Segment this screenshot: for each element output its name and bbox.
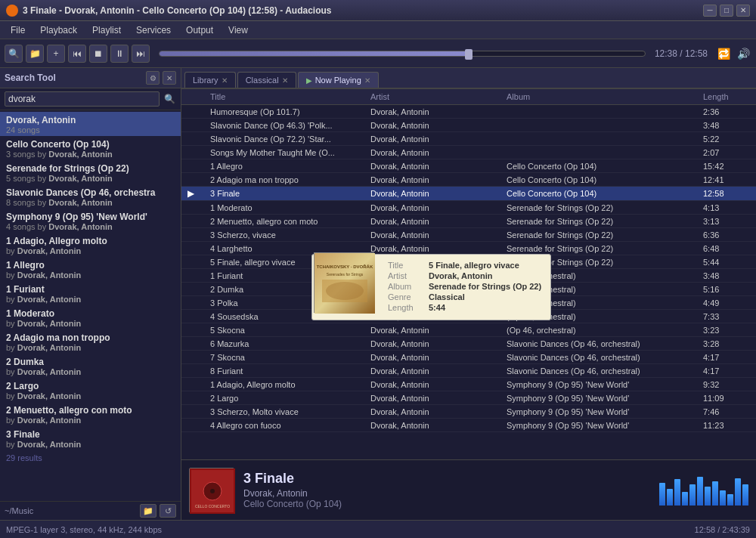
add-button[interactable]: +: [47, 45, 65, 63]
progress-handle[interactable]: [465, 49, 472, 60]
playlist-row[interactable]: 1 Moderato Dvorak, Antonin Serenade for …: [181, 201, 756, 215]
menu-output[interactable]: Output: [178, 23, 221, 37]
tooltip-title-label: Title: [388, 261, 426, 270]
menu-view[interactable]: View: [221, 23, 256, 37]
row-length: 2:07: [700, 147, 753, 158]
search-result-finale[interactable]: 3 Finale by Dvorak, Antonin: [0, 426, 181, 450]
row-artist: Dvorak, Antonin: [367, 352, 503, 363]
row-length: 4:17: [700, 352, 753, 363]
maximize-button[interactable]: □: [720, 5, 733, 17]
playlist-row[interactable]: Slavonic Dance (Op 72.2) 'Star... Dvorak…: [181, 132, 756, 146]
search-result-moderato[interactable]: 1 Moderato by Dvorak, Antonin: [0, 305, 181, 329]
search-result-dumka[interactable]: 2 Dumka by Dvorak, Antonin: [0, 354, 181, 378]
row-length: 7:46: [700, 407, 753, 417]
row-artist: Dvorak, Antonin: [367, 366, 503, 376]
search-result-adagio2[interactable]: 2 Adagio ma non troppo by Dvorak, Antoni…: [0, 329, 181, 354]
tab-now-playing-close[interactable]: ✕: [364, 76, 370, 85]
search-result-artist[interactable]: Dvorak, Antonin 24 songs: [0, 112, 181, 136]
playlist-row[interactable]: 1 Allegro Dvorak, Antonin Cello Concerto…: [181, 159, 756, 173]
pause-button[interactable]: ⏸: [110, 45, 129, 63]
tab-library[interactable]: Library ✕: [184, 72, 236, 88]
result-dumka-sub: by Dvorak, Antonin: [6, 367, 175, 376]
playlist-row[interactable]: 6 Mazurka Dvorak, Antonin Slavonic Dance…: [181, 337, 756, 351]
next-button[interactable]: ⏭: [132, 45, 150, 63]
tab-classical[interactable]: Classical ✕: [237, 72, 296, 88]
stop-button[interactable]: ⏹: [89, 45, 107, 63]
tooltip-album-art: TCHAIKOVSKY · DVOŘÁK Serenades for Strin…: [314, 252, 374, 313]
tab-library-close[interactable]: ✕: [222, 76, 228, 85]
playlist-row[interactable]: Humoresque (Op 101.7) Dvorak, Antonin 2:…: [181, 105, 756, 119]
volume-button[interactable]: 🔊: [735, 45, 751, 62]
row-artist: Dvorak, Antonin: [367, 175, 503, 185]
row-length: 6:36: [700, 230, 753, 240]
playlist-row[interactable]: 8 Furiant Dvorak, Antonin Slavonic Dance…: [181, 364, 756, 378]
playlist-row-playing[interactable]: ▶ 3 Finale Dvorak, Antonin Cello Concert…: [181, 187, 756, 201]
search-result-largo[interactable]: 2 Largo by Dvorak, Antonin: [0, 378, 181, 402]
repeat-button[interactable]: 🔁: [715, 45, 732, 62]
tab-now-playing[interactable]: ▶ Now Playing ✕: [298, 72, 379, 88]
search-result-adagio[interactable]: 1 Adagio, Allegro molto by Dvorak, Anton…: [0, 233, 181, 257]
menu-services[interactable]: Services: [129, 23, 178, 37]
row-indicator: [184, 125, 207, 126]
search-result-slavonic[interactable]: Slavonic Dances (Op 46, orchestra 8 song…: [0, 184, 181, 209]
row-artist: Dvorak, Antonin: [367, 243, 503, 254]
menu-file[interactable]: File: [3, 23, 33, 37]
row-indicator: [184, 207, 207, 209]
row-indicator: [184, 343, 207, 345]
header-length[interactable]: Length: [700, 91, 753, 103]
row-title: 6 Mazurka: [207, 339, 367, 349]
now-playing-bar: CELLO CONCERTO 3 Finale Dvorak, Antonin …: [181, 459, 756, 520]
search-result-serenade[interactable]: Serenade for Strings (Op 22) 5 songs by …: [0, 160, 181, 184]
search-result-menuetto[interactable]: 2 Menuetto, allegro con moto by Dvorak, …: [0, 402, 181, 426]
row-artist: Dvorak, Antonin: [367, 188, 503, 199]
open-button[interactable]: 📁: [26, 45, 44, 63]
tooltip-length-value: 5:44: [429, 303, 445, 312]
playlist-row[interactable]: 7 Skocna Dvorak, Antonin Slavonic Dances…: [181, 351, 756, 364]
result-allegro-title: 1 Allegro: [6, 260, 175, 271]
row-title: 2 Menuetto, allegro con moto: [207, 216, 367, 227]
row-indicator: [184, 111, 207, 113]
tooltip-genre-value: Classical: [429, 292, 465, 301]
close-button[interactable]: ✕: [736, 5, 750, 17]
playlist-row[interactable]: 2 Adagio ma non troppo Dvorak, Antonin C…: [181, 173, 756, 187]
row-length: 3:28: [700, 339, 753, 349]
playlist-row[interactable]: 4 Allegro con fuoco Dvorak, Antonin Symp…: [181, 419, 756, 432]
refresh-button[interactable]: ↺: [160, 504, 176, 518]
playlist-header: Title Artist Album Length: [181, 89, 756, 105]
result-serenade-sub: 5 songs by Dvorak, Antonin: [6, 174, 175, 183]
browse-path-button[interactable]: 📁: [140, 504, 156, 518]
playlist-row[interactable]: 1 Adagio, Allegro molto Dvorak, Antonin …: [181, 378, 756, 391]
search-clear-button[interactable]: 🔍: [163, 92, 176, 106]
minimize-button[interactable]: ─: [703, 5, 717, 17]
playlist-row[interactable]: 3 Scherzo, Molto vivace Dvorak, Antonin …: [181, 405, 756, 419]
search-result-furiant[interactable]: 1 Furiant by Dvorak, Antonin: [0, 281, 181, 305]
menu-playlist[interactable]: Playlist: [85, 23, 129, 37]
playlist-row[interactable]: 2 Menuetto, allegro con moto Dvorak, Ant…: [181, 215, 756, 228]
menu-playback[interactable]: Playback: [33, 23, 85, 37]
playlist-row[interactable]: 3 Scherzo, vivace Dvorak, Antonin Serena…: [181, 228, 756, 242]
header-title[interactable]: Title: [207, 91, 367, 103]
search-result-cello[interactable]: Cello Concerto (Op 104) 3 songs by Dvora…: [0, 136, 181, 160]
search-toggle-button[interactable]: 🔍: [5, 45, 23, 63]
tab-classical-label: Classical: [246, 76, 279, 85]
playlist-row[interactable]: Slavonic Dance (Op 46.3) 'Polk... Dvorak…: [181, 119, 756, 132]
playlist-row[interactable]: 2 Largo Dvorak, Antonin Symphony 9 (Op 9…: [181, 391, 756, 405]
row-title: 8 Furiant: [207, 366, 367, 376]
progress-bar[interactable]: [159, 51, 646, 57]
prev-button[interactable]: ⏮: [68, 45, 86, 63]
row-album: [503, 138, 700, 140]
header-artist[interactable]: Artist: [367, 91, 503, 103]
statusbar: MPEG-1 layer 3, stereo, 44 kHz, 244 kbps…: [0, 520, 756, 538]
row-album: (Op 46, orchestral): [503, 325, 700, 335]
header-album[interactable]: Album: [503, 91, 700, 103]
search-close-button[interactable]: ✕: [163, 71, 176, 85]
playlist-row[interactable]: Songs My Mother Taught Me (O... Dvorak, …: [181, 146, 756, 159]
playlist-row[interactable]: 5 Skocna Dvorak, Antonin (Op 46, orchest…: [181, 323, 756, 337]
tab-classical-close[interactable]: ✕: [282, 76, 288, 85]
row-length: 5:16: [700, 284, 753, 295]
result-furiant-sub: by Dvorak, Antonin: [6, 295, 175, 304]
search-result-symphony[interactable]: Symphony 9 (Op 95) 'New World' 4 songs b…: [0, 209, 181, 233]
search-result-allegro[interactable]: 1 Allegro by Dvorak, Antonin: [0, 257, 181, 281]
search-input[interactable]: [5, 91, 160, 107]
search-settings-button[interactable]: ⚙: [146, 71, 160, 85]
